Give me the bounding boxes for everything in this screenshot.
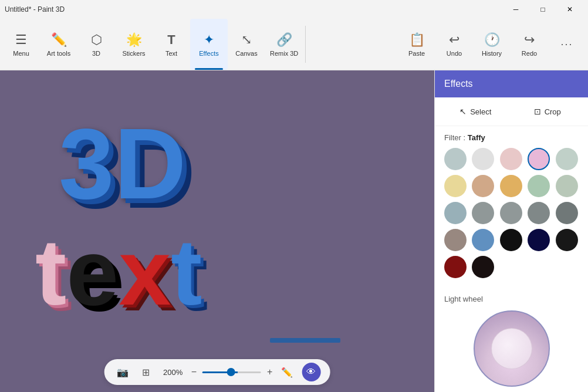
toolbar-stickers-label: Stickers	[122, 50, 145, 57]
pencil-button[interactable]: ✏️	[278, 363, 296, 381]
panel-title: Effects	[444, 79, 473, 89]
window-title: Untitled* - Paint 3D	[5, 5, 65, 13]
filter-section: Filter : Taffy	[435, 126, 588, 288]
filter-dot-2[interactable]	[472, 148, 494, 170]
history-icon: 🕐	[484, 32, 500, 48]
filter-dot-15[interactable]	[556, 202, 578, 224]
remix3d-icon: 🔗	[276, 32, 292, 48]
zoom-display: 200%	[161, 368, 185, 377]
redo-icon: ↪	[524, 32, 535, 48]
char-t2: t	[171, 225, 202, 319]
canvas-icon: ⤡	[241, 32, 252, 48]
text-icon: T	[167, 32, 175, 48]
toolbar-divider	[305, 26, 306, 63]
filter-dot-13[interactable]	[500, 202, 522, 224]
filter-dot-5[interactable]	[556, 148, 578, 170]
toolbar-canvas-label: Canvas	[235, 50, 257, 57]
titlebar: Untitled* - Paint 3D ─ □ ✕	[0, 0, 588, 19]
filter-active-name: Taffy	[468, 133, 485, 142]
light-section: Light wheel	[435, 288, 588, 392]
crop-icon: ⊡	[534, 107, 541, 116]
side-panel: Effects ↖ Select ⊡ Crop Filter : Taffy L…	[434, 70, 588, 392]
crop-tool[interactable]: ⊡ Crop	[512, 102, 584, 121]
toolbar-menu[interactable]: ☰ Menu	[2, 19, 40, 70]
filter-dot-22[interactable]	[472, 256, 494, 278]
toolbar-undo-label: Undo	[447, 50, 462, 57]
window-controls: ─ □ ✕	[502, 0, 583, 19]
art-tools-icon: ✏️	[51, 32, 67, 48]
filter-dot-17[interactable]	[472, 229, 494, 251]
eye-button[interactable]: 👁	[302, 363, 320, 381]
toolbar-history[interactable]: 🕐 History	[473, 19, 511, 70]
canvas-area[interactable]: 3D t e x t 📷 ⊞ 200% − + ✏️ 👁	[0, 70, 434, 392]
filter-dot-21[interactable]	[444, 256, 467, 278]
filter-grid	[444, 148, 579, 278]
toolbar-undo[interactable]: ↩ Undo	[435, 19, 473, 70]
filter-dot-10[interactable]	[556, 175, 578, 197]
menu-icon: ☰	[15, 32, 27, 48]
filter-dot-12[interactable]	[472, 202, 494, 224]
toolbar-paste-label: Paste	[408, 50, 425, 57]
zoom-slider[interactable]	[202, 371, 261, 373]
stickers-icon: 🌟	[126, 32, 142, 48]
light-wheel[interactable]	[474, 310, 550, 387]
filter-dot-16[interactable]	[444, 229, 467, 251]
toolbar-history-label: History	[482, 50, 502, 57]
toolbar-paste[interactable]: 📋 Paste	[398, 19, 435, 70]
toolbar-canvas[interactable]: ⤡ Canvas	[228, 19, 265, 70]
filter-dot-19[interactable]	[528, 229, 550, 251]
more-icon: ···	[560, 38, 573, 50]
toolbar-right: 📋 Paste ↩ Undo 🕐 History ↪ Redo ···	[398, 19, 586, 70]
main-area: 3D t e x t 📷 ⊞ 200% − + ✏️ 👁	[0, 70, 588, 392]
filter-dot-7[interactable]	[472, 175, 494, 197]
light-label: Light wheel	[444, 295, 579, 303]
3d-text-display: 3D	[59, 114, 186, 214]
filter-dot-8[interactable]	[500, 175, 522, 197]
toolbar: ☰ Menu ✏️ Art tools ⬡ 3D 🌟 Stickers T Te…	[0, 19, 588, 70]
filter-label: Filter : Taffy	[444, 133, 579, 142]
expand-button[interactable]: ⊞	[137, 363, 155, 381]
toolbar-stickers[interactable]: 🌟 Stickers	[115, 19, 153, 70]
toolbar-effects[interactable]: ✦ Effects	[190, 19, 228, 70]
close-button[interactable]: ✕	[556, 0, 583, 19]
panel-tools: ↖ Select ⊡ Crop	[435, 97, 588, 126]
zoom-minus-button[interactable]: −	[191, 367, 197, 377]
toolbar-effects-label: Effects	[199, 50, 218, 57]
toolbar-art-tools[interactable]: ✏️ Art tools	[40, 19, 77, 70]
filter-dot-11[interactable]	[444, 202, 467, 224]
filter-dot-18[interactable]	[500, 229, 522, 251]
toolbar-3d[interactable]: ⬡ 3D	[77, 19, 115, 70]
toolbar-art-tools-label: Art tools	[47, 50, 70, 57]
toolbar-3d-label: 3D	[92, 50, 100, 57]
light-wheel-container	[444, 310, 579, 387]
3d-icon: ⬡	[91, 32, 102, 48]
maximize-button[interactable]: □	[529, 0, 556, 19]
select-tool[interactable]: ↖ Select	[440, 102, 512, 121]
char-e: e	[66, 225, 119, 319]
camera-button[interactable]: 📷	[114, 363, 131, 381]
toolbar-remix3d[interactable]: 🔗 Remix 3D	[265, 19, 303, 70]
text-text-display: t e x t	[35, 225, 202, 319]
toolbar-text[interactable]: T Text	[153, 19, 190, 70]
crop-label: Crop	[545, 107, 561, 116]
filter-dot-9[interactable]	[528, 175, 550, 197]
minimize-button[interactable]: ─	[502, 0, 529, 19]
filter-dot-3[interactable]	[500, 148, 522, 170]
filter-dot-14[interactable]	[528, 202, 550, 224]
toolbar-more[interactable]: ···	[548, 19, 586, 70]
text-visual: 3D t e x t	[23, 102, 411, 360]
toolbar-remix3d-label: Remix 3D	[270, 50, 298, 57]
filter-dot-4[interactable]	[528, 148, 550, 170]
filter-dot-20[interactable]	[556, 229, 578, 251]
zoom-plus-button[interactable]: +	[267, 367, 272, 377]
char-t: t	[35, 225, 66, 319]
toolbar-text-label: Text	[165, 50, 177, 57]
text-cursor	[270, 338, 340, 343]
light-wheel-inner	[491, 328, 532, 369]
filter-dot-1[interactable]	[444, 148, 467, 170]
select-label: Select	[470, 107, 491, 116]
filter-dot-6[interactable]	[444, 175, 467, 197]
canvas-content: 3D t e x t	[0, 70, 434, 392]
bottom-toolbar: 📷 ⊞ 200% − + ✏️ 👁	[104, 359, 330, 385]
toolbar-redo[interactable]: ↪ Redo	[511, 19, 548, 70]
